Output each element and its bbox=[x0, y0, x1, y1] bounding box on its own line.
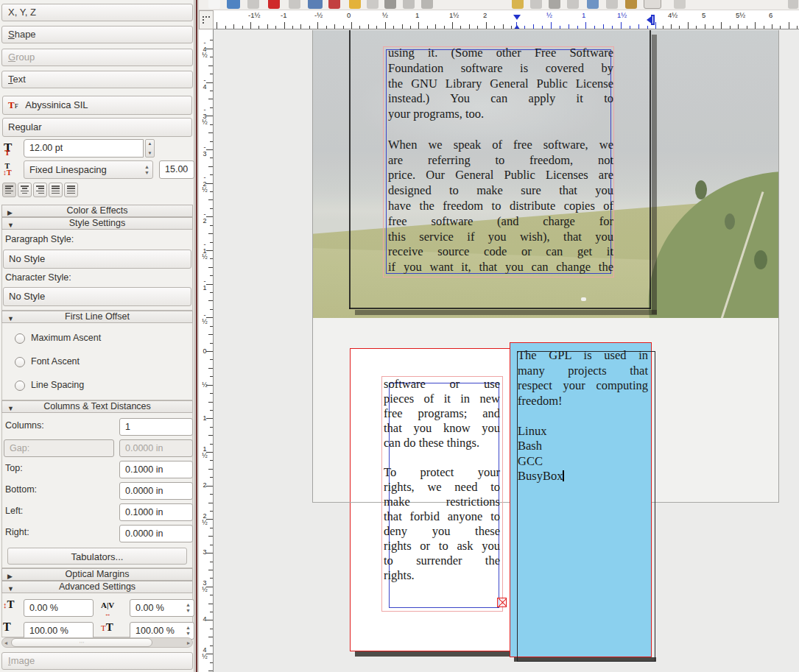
horizontal-ruler[interactable]: -1½-1-½0½11½24½55½6½11½ bbox=[214, 10, 799, 29]
distance-field-left[interactable]: 0.1000 in bbox=[119, 503, 193, 521]
ruler-tick bbox=[551, 22, 552, 29]
ruler-tick bbox=[542, 26, 543, 29]
image-frame-bottom-border bbox=[652, 502, 779, 503]
linespacing-spinner[interactable]: ▲▼ bbox=[144, 164, 149, 176]
paragraph-style-combo[interactable]: No Style bbox=[3, 250, 191, 269]
ruler-tick bbox=[655, 22, 656, 29]
scrollbar-thumb[interactable]: ⋯ bbox=[11, 638, 152, 647]
distance-field-top[interactable]: 0.1000 in bbox=[119, 461, 193, 478]
ruler-tick bbox=[208, 435, 213, 436]
ruler-tick bbox=[210, 107, 213, 108]
toolbar-icon[interactable] bbox=[328, 0, 340, 9]
ruler-tick bbox=[452, 22, 453, 29]
ruler-label: 2 bbox=[483, 11, 487, 19]
align-right-button[interactable] bbox=[33, 183, 47, 197]
gap-label-box: Gap: bbox=[4, 439, 114, 457]
ruler-label: 5 bbox=[702, 11, 705, 19]
ruler-tick bbox=[368, 24, 369, 29]
ruler-tick bbox=[210, 595, 213, 595]
toolbar-icon[interactable] bbox=[289, 0, 300, 9]
section-columns-distances[interactable]: ▼Columns & Text Distances bbox=[1, 400, 193, 413]
align-left-button[interactable] bbox=[2, 183, 16, 197]
radio-line-spacing[interactable] bbox=[15, 381, 25, 391]
ruler-tick bbox=[210, 410, 213, 411]
ruler-label: 2 ½ bbox=[200, 513, 209, 526]
baseline-offset-field[interactable]: 0.00 % bbox=[24, 599, 94, 617]
character-style-label: Character Style: bbox=[5, 272, 71, 283]
ruler-label: 4 bbox=[200, 616, 209, 623]
panel-horizontal-scrollbar[interactable]: ◂ ⋯ ▸ bbox=[1, 637, 193, 648]
radio-maximum-ascent[interactable] bbox=[15, 333, 25, 344]
tabulators-button[interactable]: Tabulators... bbox=[7, 548, 187, 565]
toolbar-icon[interactable] bbox=[606, 0, 618, 9]
section-first-line-offset[interactable]: ▼First Line Offset bbox=[1, 311, 193, 323]
distance-field-columns[interactable]: 1 bbox=[119, 418, 193, 436]
section-color-effects[interactable]: ▶Color & Effects bbox=[1, 205, 193, 217]
ruler-label: - 4 ½ bbox=[200, 40, 209, 59]
toolbar-icon[interactable] bbox=[208, 0, 220, 9]
distance-field-bottom[interactable]: 0.0000 in bbox=[119, 482, 193, 500]
ruler-origin-icon bbox=[203, 16, 210, 24]
ruler-tick bbox=[503, 24, 504, 29]
ruler-origin-button[interactable] bbox=[199, 10, 214, 29]
ruler-tick bbox=[621, 22, 622, 29]
toolbar-icon[interactable] bbox=[367, 0, 379, 9]
align-center-button[interactable] bbox=[18, 183, 32, 197]
font-size-spinner[interactable]: ▲▼ bbox=[145, 139, 155, 158]
align-justify-button[interactable] bbox=[49, 183, 63, 197]
character-style-combo[interactable]: No Style bbox=[3, 287, 191, 306]
spinner-icon[interactable]: ▲▼ bbox=[186, 602, 191, 614]
ruler-tick bbox=[210, 427, 213, 428]
page2-text[interactable]: software or usepieces of it in newfree p… bbox=[384, 377, 500, 583]
toolbar-icon[interactable] bbox=[308, 0, 323, 9]
ruler-tick bbox=[210, 629, 213, 629]
font-size-field[interactable]: 12.00 pt bbox=[24, 139, 144, 158]
font-family-combo[interactable]: TF Abyssinica SIL bbox=[2, 96, 192, 115]
font-style-combo[interactable]: Regular bbox=[2, 118, 192, 137]
align-force-justify-button[interactable] bbox=[64, 183, 78, 197]
toolbar-icon[interactable] bbox=[227, 0, 240, 9]
spinner-icon[interactable]: ▲▼ bbox=[186, 625, 191, 637]
ruler-tick bbox=[258, 26, 259, 29]
toolbar-icon[interactable] bbox=[512, 0, 524, 9]
scroll-right-arrow-icon[interactable]: ▸ bbox=[187, 640, 190, 646]
scroll-left-arrow-icon[interactable]: ◂ bbox=[4, 640, 7, 646]
tab-xyz[interactable]: X, Y, Z bbox=[1, 4, 193, 21]
toolbar-icon[interactable] bbox=[349, 0, 361, 9]
tab-shape[interactable]: Shape bbox=[1, 26, 193, 43]
linespacing-value-field[interactable]: 15.00 bbox=[159, 160, 194, 179]
left-indent-marker[interactable] bbox=[513, 21, 521, 29]
section-advanced-settings[interactable]: ▼Advanced Settings bbox=[1, 581, 193, 593]
text-line: Linux bbox=[518, 424, 648, 439]
tracking-field[interactable]: 0.00 % bbox=[130, 599, 194, 617]
toolbar-icon[interactable] bbox=[530, 0, 542, 9]
distance-label: Left: bbox=[5, 506, 23, 516]
ruler-tick bbox=[210, 477, 213, 478]
vertical-ruler[interactable]: - 4 ½- 4- 3 ½- 3- 2 ½- 2- 1 ½- 1- ½0½11 … bbox=[199, 29, 214, 672]
frame-end-marker[interactable] bbox=[651, 15, 655, 25]
page3-text[interactable]: The GPL is used inmany projects thatresp… bbox=[518, 348, 648, 484]
toolbar-icon[interactable] bbox=[674, 0, 686, 9]
section-style-settings[interactable]: ▼Style Settings bbox=[1, 217, 193, 230]
ruler-tick bbox=[764, 26, 764, 29]
toolbar-icon[interactable] bbox=[587, 0, 599, 9]
toolbar-icon[interactable] bbox=[625, 0, 637, 9]
toolbar-icon[interactable] bbox=[644, 0, 661, 9]
tab-text[interactable]: Text bbox=[1, 71, 193, 88]
linespacing-mode-combo[interactable]: Fixed Linespacing ▲▼ bbox=[24, 160, 153, 179]
distance-field-right[interactable]: 0.0000 in bbox=[119, 525, 193, 542]
toolbar-icon[interactable] bbox=[567, 0, 579, 9]
toolbar-icon[interactable] bbox=[247, 0, 259, 9]
text-line: respect your computing bbox=[518, 378, 648, 394]
toolbar-icon[interactable] bbox=[788, 0, 798, 9]
toolbar-icon[interactable] bbox=[384, 0, 396, 9]
distance-field-gap: 0.0000 in bbox=[119, 439, 193, 457]
toolbar-icon[interactable] bbox=[421, 0, 433, 9]
toolbar-icon[interactable] bbox=[403, 0, 415, 9]
section-optical-margins[interactable]: ▶Optical Margins bbox=[1, 568, 193, 581]
ruler-tick bbox=[210, 444, 213, 445]
toolbar-icon[interactable] bbox=[549, 0, 560, 9]
document-canvas[interactable]: using it. (Some other Free SoftwareFound… bbox=[214, 30, 799, 672]
toolbar-icon[interactable] bbox=[268, 0, 280, 9]
radio-font-ascent[interactable] bbox=[15, 357, 25, 367]
